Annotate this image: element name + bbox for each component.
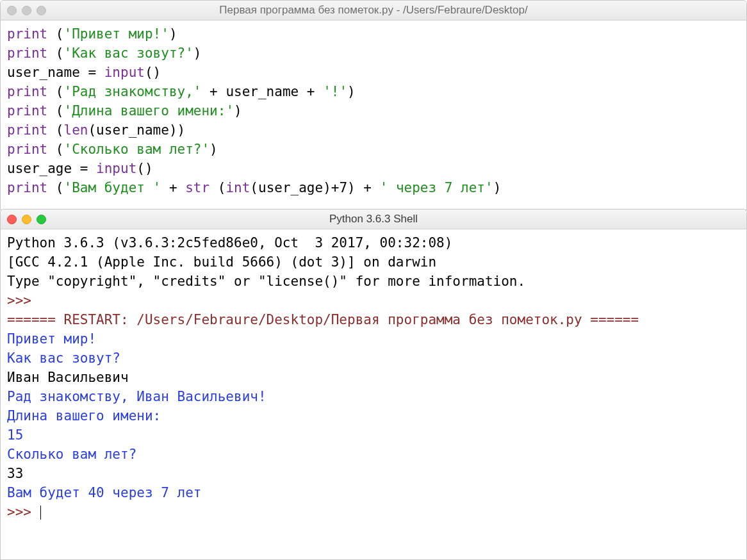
editor-window-title: Первая программа без пометок.py - /Users… (1, 4, 746, 17)
shell-traffic-lights (1, 215, 46, 224)
editor-titlebar[interactable]: Первая программа без пометок.py - /Users… (1, 1, 746, 21)
maximize-icon[interactable] (37, 6, 46, 15)
shell-stdout-line: Как вас зовут? (7, 350, 120, 366)
minimize-icon[interactable] (22, 215, 31, 224)
shell-stdout-line: 15 (7, 427, 23, 443)
shell-stdout-line: Привет мир! (7, 331, 96, 347)
shell-restart-line: ====== RESTART: /Users/Febraure/Desktop/… (7, 312, 639, 327)
editor-code-area[interactable]: print ('Привет мир!') print ('Как вас зо… (1, 21, 746, 204)
maximize-icon[interactable] (37, 215, 46, 224)
shell-titlebar[interactable]: Python 3.6.3 Shell (1, 210, 746, 229)
shell-stdout-line: Сколько вам лет? (7, 447, 136, 462)
shell-window-title: Python 3.6.3 Shell (1, 213, 746, 226)
shell-header-line: Python 3.6.3 (v3.6.3:2c5fed86e0, Oct 3 2… (7, 235, 461, 251)
shell-stdout-line: Вам будет 40 через 7 лет (7, 485, 201, 500)
shell-stdout-line: Длина вашего имени: (7, 408, 161, 424)
minimize-icon[interactable] (22, 6, 31, 15)
editor-traffic-lights (1, 6, 46, 15)
shell-output-area[interactable]: Python 3.6.3 (v3.6.3:2c5fed86e0, Oct 3 2… (1, 229, 746, 528)
shell-header-line: [GCC 4.2.1 (Apple Inc. build 5666) (dot … (7, 254, 436, 270)
shell-stdout-line: Рад знакомству, Иван Васильевич! (7, 389, 267, 404)
close-icon[interactable] (7, 6, 17, 15)
code-token: print (7, 26, 47, 42)
shell-prompt: >>> (7, 504, 40, 520)
shell-window: Python 3.6.3 Shell Python 3.6.3 (v3.6.3:… (0, 209, 747, 560)
editor-window: Первая программа без пометок.py - /Users… (0, 0, 747, 210)
shell-header-line: Type "copyright", "credits" or "license(… (7, 274, 525, 289)
shell-stdin-line: Иван Васильевич (7, 370, 129, 385)
close-icon[interactable] (7, 215, 17, 224)
text-cursor (40, 506, 41, 520)
shell-prompt: >>> (7, 293, 40, 308)
shell-stdin-line: 33 (7, 466, 23, 481)
